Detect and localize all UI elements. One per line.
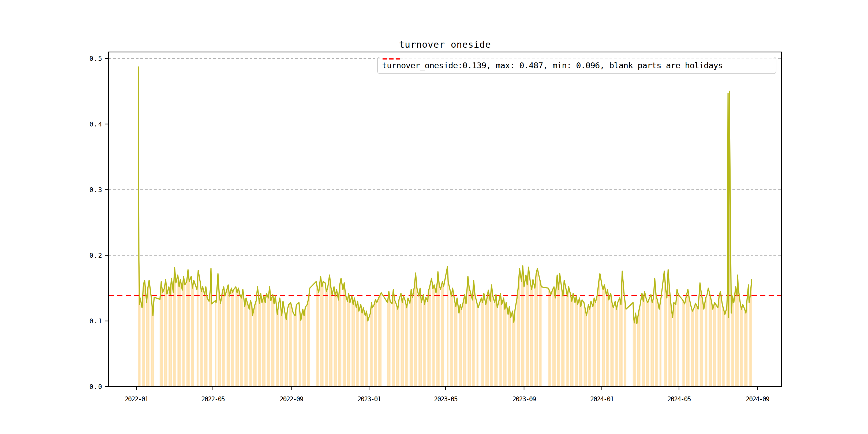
- daily-turnover-bar: [253, 310, 254, 386]
- x-tick-label: 2024-01: [590, 396, 614, 403]
- daily-turnover-bar: [332, 295, 332, 386]
- daily-turnover-bar: [661, 298, 661, 386]
- daily-turnover-bar: [666, 293, 666, 386]
- daily-turnover-bar: [657, 300, 657, 386]
- daily-turnover-bar: [152, 308, 152, 386]
- daily-turnover-bar: [675, 304, 675, 386]
- daily-turnover-bar: [353, 301, 354, 387]
- daily-turnover-bar: [501, 305, 502, 386]
- daily-turnover-bar: [713, 307, 714, 386]
- daily-turnover-bar: [348, 298, 348, 386]
- daily-turnover-bar: [514, 316, 515, 386]
- daily-turnover-bar: [232, 293, 233, 386]
- daily-turnover-bar: [496, 301, 497, 387]
- daily-turnover-bar: [139, 305, 140, 386]
- daily-turnover-bar: [474, 287, 474, 386]
- daily-turnover-bar: [539, 280, 540, 386]
- daily-turnover-bar: [251, 303, 251, 386]
- daily-turnover-bar: [664, 271, 664, 386]
- daily-turnover-bar: [541, 287, 541, 386]
- daily-turnover-bar: [185, 285, 185, 386]
- daily-turnover-bar: [736, 291, 737, 386]
- daily-turnover-bar: [571, 298, 571, 386]
- daily-turnover-bar: [398, 304, 399, 386]
- daily-turnover-bar: [711, 301, 712, 387]
- daily-turnover-bar: [338, 300, 339, 386]
- daily-turnover-bar: [691, 309, 692, 386]
- daily-turnover-bar: [144, 283, 144, 386]
- daily-turnover-bar: [609, 300, 609, 386]
- daily-turnover-bar: [718, 302, 719, 386]
- daily-turnover-bar: [643, 298, 643, 386]
- daily-turnover-bar: [250, 301, 251, 386]
- daily-turnover-bar: [160, 299, 160, 386]
- daily-turnover-bar: [566, 289, 566, 386]
- daily-turnover-bar: [742, 305, 743, 386]
- daily-turnover-bar: [276, 308, 277, 386]
- daily-turnover-bar: [509, 312, 510, 386]
- daily-turnover-bar: [143, 296, 143, 386]
- daily-turnover-bar: [606, 295, 607, 386]
- daily-turnover-bar: [211, 304, 212, 386]
- daily-turnover-bar: [240, 296, 241, 386]
- daily-turnover-bar: [461, 307, 461, 386]
- legend-dashed-line-marker: [382, 57, 403, 61]
- daily-turnover-bar: [362, 313, 362, 386]
- daily-turnover-bar: [719, 293, 720, 386]
- daily-turnover-bar: [282, 308, 283, 386]
- daily-turnover-bar: [420, 288, 420, 387]
- daily-turnover-bar: [499, 297, 500, 386]
- daily-turnover-bar: [598, 289, 598, 386]
- daily-turnover-bar: [481, 298, 482, 386]
- daily-turnover-bar: [339, 292, 339, 386]
- x-tick-label: 2022-09: [280, 396, 303, 403]
- daily-turnover-bar: [500, 293, 501, 386]
- daily-turnover-bar: [283, 301, 283, 387]
- daily-turnover-bar: [186, 282, 187, 386]
- daily-turnover-bar: [284, 313, 285, 386]
- daily-turnover-bar: [484, 293, 484, 386]
- daily-turnover-bar: [309, 293, 309, 386]
- daily-turnover-bar: [725, 314, 725, 387]
- daily-turnover-bar: [646, 300, 647, 386]
- daily-turnover-bar: [732, 296, 733, 386]
- daily-turnover-bar: [278, 309, 278, 386]
- daily-turnover-bar: [200, 282, 200, 386]
- daily-turnover-bar: [490, 301, 491, 387]
- daily-turnover-bar: [406, 308, 407, 386]
- x-tick-label: 2023-09: [512, 396, 536, 403]
- daily-turnover-bar: [142, 308, 142, 386]
- daily-turnover-bar: [188, 276, 189, 386]
- daily-turnover-bar: [220, 303, 221, 386]
- daily-turnover-bar: [225, 296, 225, 386]
- daily-turnover-bar: [514, 322, 514, 386]
- daily-turnover-bar: [682, 299, 682, 386]
- daily-turnover-bar: [656, 295, 656, 386]
- daily-turnover-bar: [595, 303, 595, 386]
- daily-turnover-bar: [522, 274, 522, 386]
- daily-turnover-bar: [524, 287, 524, 386]
- daily-turnover-bar: [161, 287, 162, 386]
- daily-turnover-bar: [227, 289, 227, 386]
- daily-turnover-bar: [700, 288, 701, 387]
- daily-turnover-bar: [390, 301, 390, 387]
- daily-turnover-bar: [148, 284, 149, 386]
- daily-turnover-bar: [316, 285, 317, 386]
- daily-turnover-bar: [242, 293, 243, 386]
- daily-turnover-bar: [577, 300, 577, 386]
- daily-turnover-bar: [294, 315, 295, 386]
- daily-turnover-bar: [358, 306, 359, 386]
- daily-turnover-bar: [455, 303, 456, 386]
- daily-turnover-bar: [738, 288, 739, 387]
- daily-turnover-bar: [709, 291, 709, 386]
- daily-turnover-bar: [171, 278, 172, 386]
- daily-turnover-bar: [720, 291, 721, 386]
- daily-turnover-bar: [410, 303, 410, 386]
- daily-turnover-bar: [366, 311, 367, 386]
- daily-turnover-bar: [361, 305, 361, 386]
- daily-turnover-bar: [624, 295, 624, 386]
- daily-turnover-bar: [465, 299, 466, 386]
- daily-turnover-bar: [166, 287, 167, 386]
- daily-turnover-bar: [397, 307, 397, 386]
- daily-turnover-bar: [201, 291, 202, 386]
